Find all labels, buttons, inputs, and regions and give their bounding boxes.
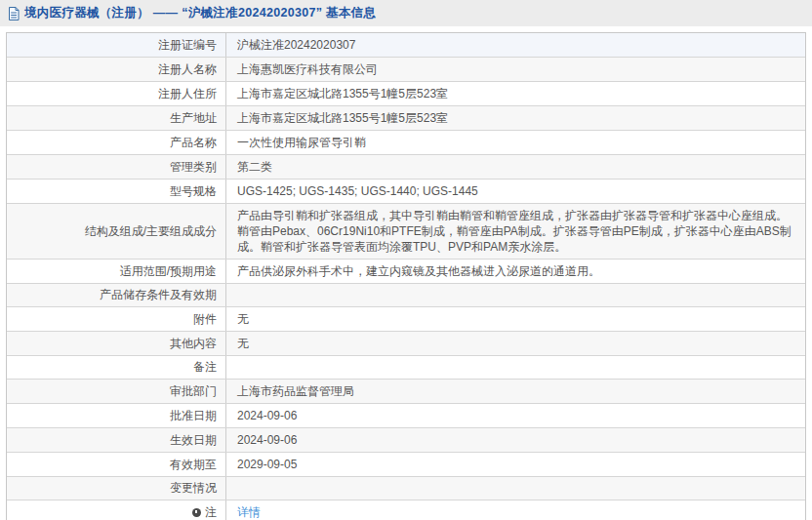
table-row: 产品储存条件及有效期 xyxy=(7,283,805,306)
row-label: 生产地址 xyxy=(7,106,226,130)
row-value-text: 第二类 xyxy=(237,159,272,175)
row-label-text: 附件 xyxy=(193,312,217,327)
row-label-text: 注 xyxy=(205,505,217,520)
table-row: 附件 无 xyxy=(7,306,805,331)
row-label: 管理类别 xyxy=(7,155,226,179)
row-value: 上海市嘉定区城北路1355号1幢5层523室 xyxy=(226,106,805,130)
table-row: 备注 xyxy=(7,355,805,379)
row-value: 上海市嘉定区城北路1355号1幢5层523室 xyxy=(226,82,805,105)
table-row: 其他内容 无 xyxy=(7,331,805,355)
table-row: 变更情况 xyxy=(7,476,805,500)
note-icon xyxy=(192,508,201,517)
row-label-text: 其他内容 xyxy=(170,337,217,351)
row-value-text: 产品由导引鞘和扩张器组成，其中导引鞘由鞘管和鞘管座组成，扩张器由扩张器导管和扩张… xyxy=(237,208,793,255)
table-row: 管理类别 第二类 xyxy=(7,154,805,179)
table-row: 注册人住所 上海市嘉定区城北路1355号1幢5层523室 xyxy=(7,81,805,105)
table-row: 注 详情 xyxy=(7,500,805,520)
row-label-text: 型号规格 xyxy=(170,184,217,199)
row-value: 上海市药品监督管理局 xyxy=(226,380,805,403)
row-label: 审批部门 xyxy=(7,380,226,403)
row-value: 2029-09-05 xyxy=(226,453,805,476)
row-value xyxy=(226,284,805,306)
page: 境内医疗器械（注册） —— “沪械注准20242020307” 基本信息 注册证… xyxy=(0,0,812,520)
row-label-text: 结构及组成/主要组成成分 xyxy=(85,224,217,239)
row-label: 型号规格 xyxy=(7,180,226,203)
row-value: 2024-09-06 xyxy=(226,404,805,427)
row-value: 上海惠凯医疗科技有限公司 xyxy=(226,58,805,81)
row-label: 注册证编号 xyxy=(7,33,226,57)
row-value xyxy=(226,477,805,500)
row-value-text: 无 xyxy=(237,336,249,351)
table-row: 型号规格 UGS-1425; UGS-1435; UGS-1440; UGS-1… xyxy=(7,179,805,203)
table-row: 有效期至 2029-09-05 xyxy=(7,452,805,476)
page-header: 境内医疗器械（注册） —— “沪械注准20242020307” 基本信息 xyxy=(0,0,812,26)
document-icon xyxy=(8,7,20,20)
table-row: 生效日期 2024-09-06 xyxy=(7,427,805,452)
table-row: 批准日期 2024-09-06 xyxy=(7,403,805,427)
row-value: 产品由导引鞘和扩张器组成，其中导引鞘由鞘管和鞘管座组成，扩张器由扩张器导管和扩张… xyxy=(226,204,805,259)
row-label-text: 变更情况 xyxy=(170,481,217,496)
row-label: 有效期至 xyxy=(7,453,226,476)
row-label: 生效日期 xyxy=(7,428,226,452)
row-label-text: 管理类别 xyxy=(170,160,217,175)
row-label: 备注 xyxy=(7,356,226,379)
row-label-text: 适用范围/预期用途 xyxy=(120,264,217,279)
row-value: 一次性使用输尿管导引鞘 xyxy=(226,131,805,154)
row-label-text: 产品名称 xyxy=(170,136,217,150)
table-row: 产品名称 一次性使用输尿管导引鞘 xyxy=(7,130,805,154)
row-label: 产品名称 xyxy=(7,131,226,154)
row-value-text: 上海市药品监督管理局 xyxy=(237,383,354,399)
detail-link[interactable]: 详情 xyxy=(237,504,261,520)
row-label-text: 生效日期 xyxy=(170,433,217,448)
row-value-text: UGS-1425; UGS-1435; UGS-1440; UGS-1445 xyxy=(237,183,478,199)
info-table: 注册证编号 沪械注准20242020307 注册人名称 上海惠凯医疗科技有限公司… xyxy=(6,32,806,520)
row-label-text: 审批部门 xyxy=(170,384,217,399)
row-value: 第二类 xyxy=(226,155,805,179)
row-label: 变更情况 xyxy=(7,477,226,500)
table-row: 结构及组成/主要组成成分 产品由导引鞘和扩张器组成，其中导引鞘由鞘管和鞘管座组成… xyxy=(7,203,805,259)
row-label: 适用范围/预期用途 xyxy=(7,260,226,283)
row-label: 附件 xyxy=(7,307,226,331)
row-value: 产品供泌尿外科手术中，建立内窥镜及其他器械进入泌尿道的通道用。 xyxy=(226,260,805,283)
row-value: 无 xyxy=(226,307,805,331)
row-value: 2024-09-06 xyxy=(226,428,805,452)
row-label-text: 备注 xyxy=(193,360,217,375)
row-value-text: 2024-09-06 xyxy=(237,408,297,423)
row-value-text: 无 xyxy=(237,311,249,327)
table-row: 生产地址 上海市嘉定区城北路1355号1幢5层523室 xyxy=(7,105,805,130)
row-value-text: 产品供泌尿外科手术中，建立内窥镜及其他器械进入泌尿道的通道用。 xyxy=(237,263,600,279)
row-label-text: 产品储存条件及有效期 xyxy=(100,288,217,302)
row-label-text: 有效期至 xyxy=(170,458,217,472)
table-row: 适用范围/预期用途 产品供泌尿外科手术中，建立内窥镜及其他器械进入泌尿道的通道用… xyxy=(7,259,805,283)
page-title: 境内医疗器械（注册） —— “沪械注准20242020307” 基本信息 xyxy=(24,5,376,21)
row-value-text: 上海市嘉定区城北路1355号1幢5层523室 xyxy=(237,110,448,126)
row-value: 详情 xyxy=(226,500,805,520)
row-label: 结构及组成/主要组成成分 xyxy=(7,204,226,259)
row-value-text: 上海惠凯医疗科技有限公司 xyxy=(237,61,378,77)
row-label-text: 批准日期 xyxy=(170,409,217,423)
table-row: 注册证编号 沪械注准20242020307 xyxy=(7,33,805,57)
table-row: 注册人名称 上海惠凯医疗科技有限公司 xyxy=(7,57,805,81)
row-value: 无 xyxy=(226,332,805,355)
row-label: 注册人住所 xyxy=(7,82,226,105)
row-value-text: 一次性使用输尿管导引鞘 xyxy=(237,135,366,150)
row-label: 产品储存条件及有效期 xyxy=(7,284,226,306)
row-value: 沪械注准20242020307 xyxy=(226,33,805,57)
row-label-text: 注册人名称 xyxy=(158,62,217,77)
row-value-text: 上海市嘉定区城北路1355号1幢5层523室 xyxy=(237,86,448,101)
row-value-text: 2024-09-06 xyxy=(237,432,297,448)
row-label: 其他内容 xyxy=(7,332,226,355)
row-value: UGS-1425; UGS-1435; UGS-1440; UGS-1445 xyxy=(226,180,805,203)
row-label: 批准日期 xyxy=(7,404,226,427)
row-label: 注册人名称 xyxy=(7,58,226,81)
row-value-text: 沪械注准20242020307 xyxy=(237,37,355,53)
row-value-text: 2029-09-05 xyxy=(237,457,297,472)
row-label: 注 xyxy=(7,500,226,520)
row-label-text: 生产地址 xyxy=(170,111,217,126)
row-value xyxy=(226,356,805,379)
row-label-text: 注册证编号 xyxy=(158,38,217,53)
row-label-text: 注册人住所 xyxy=(158,87,217,101)
table-row: 审批部门 上海市药品监督管理局 xyxy=(7,379,805,403)
